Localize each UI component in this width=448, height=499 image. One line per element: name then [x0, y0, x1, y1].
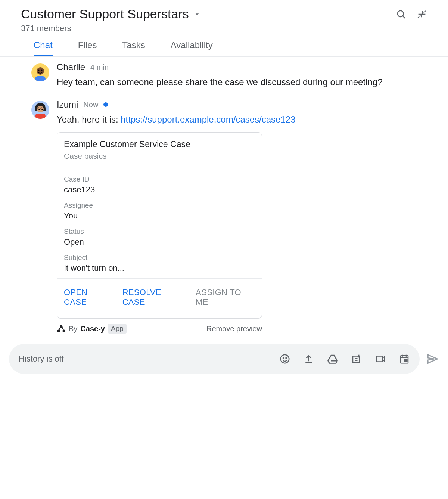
- timestamp: Now: [83, 100, 98, 109]
- tab-availability[interactable]: Availability: [171, 40, 213, 56]
- by-label: By: [69, 325, 77, 333]
- tabs: Chat Files Tasks Availability: [0, 33, 448, 57]
- svg-point-0: [398, 10, 404, 16]
- member-count: 371 members: [21, 24, 427, 33]
- card-field: Assignee You: [64, 201, 255, 221]
- video-icon[interactable]: [375, 353, 386, 365]
- webhook-icon: [57, 324, 66, 333]
- messages-area: Charlie 4 min Hey team, can someone plea…: [0, 57, 448, 334]
- send-icon[interactable]: [426, 353, 439, 365]
- card-field: Subject It won't turn on...: [64, 254, 255, 273]
- svg-point-14: [283, 357, 284, 359]
- svg-rect-19: [405, 359, 407, 362]
- composer[interactable]: History is off: [9, 344, 420, 374]
- remove-preview-button[interactable]: Remove preview: [206, 325, 262, 333]
- case-card: Example Customer Service Case Case basic…: [57, 132, 262, 319]
- card-field: Case ID case123: [64, 175, 255, 195]
- collapse-icon[interactable]: [417, 9, 427, 19]
- assign-to-me-button[interactable]: ASSIGN TO ME: [196, 288, 255, 307]
- svg-rect-17: [376, 356, 382, 362]
- note-add-icon[interactable]: [351, 353, 362, 365]
- timestamp: 4 min: [90, 63, 109, 72]
- card-subtitle: Case basics: [64, 152, 255, 161]
- search-icon[interactable]: [396, 9, 406, 19]
- avatar[interactable]: [31, 63, 49, 81]
- tab-chat[interactable]: Chat: [34, 40, 53, 56]
- open-case-button[interactable]: OPEN CASE: [64, 288, 112, 307]
- card-field: Status Open: [64, 227, 255, 247]
- app-badge: App: [108, 324, 127, 334]
- calendar-icon[interactable]: [399, 353, 410, 365]
- message-link[interactable]: https://support.example.com/cases/case12…: [121, 114, 295, 124]
- svg-rect-7: [35, 114, 46, 119]
- message-text: Hey team, can someone please share the c…: [57, 75, 427, 89]
- message-text-prefix: Yeah, here it is:: [57, 114, 121, 124]
- field-label: Case ID: [64, 175, 255, 183]
- message-text: Yeah, here it is: https://support.exampl…: [57, 113, 427, 126]
- svg-line-1: [403, 16, 405, 18]
- svg-point-2: [37, 67, 44, 75]
- field-label: Status: [64, 227, 255, 236]
- app-name: Case-y: [80, 325, 105, 333]
- tab-tasks[interactable]: Tasks: [122, 40, 145, 56]
- chevron-down-icon[interactable]: [193, 10, 201, 18]
- upload-icon[interactable]: [303, 353, 314, 365]
- drive-icon[interactable]: [327, 353, 338, 365]
- card-title: Example Customer Service Case: [64, 139, 255, 149]
- svg-rect-16: [353, 356, 360, 363]
- svg-point-4: [38, 70, 40, 71]
- message-row: Izumi Now Yeah, here it is: https://supp…: [31, 99, 427, 334]
- author-name: Charlie: [57, 62, 85, 72]
- field-value: You: [64, 211, 255, 221]
- avatar[interactable]: [31, 101, 49, 119]
- svg-point-13: [281, 355, 289, 363]
- status-dot-icon: [103, 102, 108, 107]
- field-value: case123: [64, 185, 255, 195]
- header: Customer Support Superstars 371 members: [0, 0, 448, 33]
- composer-placeholder: History is off: [19, 354, 279, 364]
- author-name: Izumi: [57, 99, 78, 110]
- resolve-case-button[interactable]: RESOLVE CASE: [122, 288, 186, 307]
- field-value: Open: [64, 237, 255, 247]
- svg-point-5: [41, 70, 43, 71]
- tab-files[interactable]: Files: [78, 40, 97, 56]
- svg-point-15: [286, 357, 287, 359]
- emoji-icon[interactable]: [279, 353, 290, 365]
- space-title[interactable]: Customer Support Superstars: [21, 7, 189, 21]
- svg-rect-3: [35, 76, 46, 81]
- field-label: Assignee: [64, 201, 255, 210]
- field-label: Subject: [64, 254, 255, 262]
- message-row: Charlie 4 min Hey team, can someone plea…: [31, 62, 427, 89]
- field-value: It won't turn on...: [64, 263, 255, 273]
- card-footer: By Case-y App Remove preview: [57, 324, 262, 334]
